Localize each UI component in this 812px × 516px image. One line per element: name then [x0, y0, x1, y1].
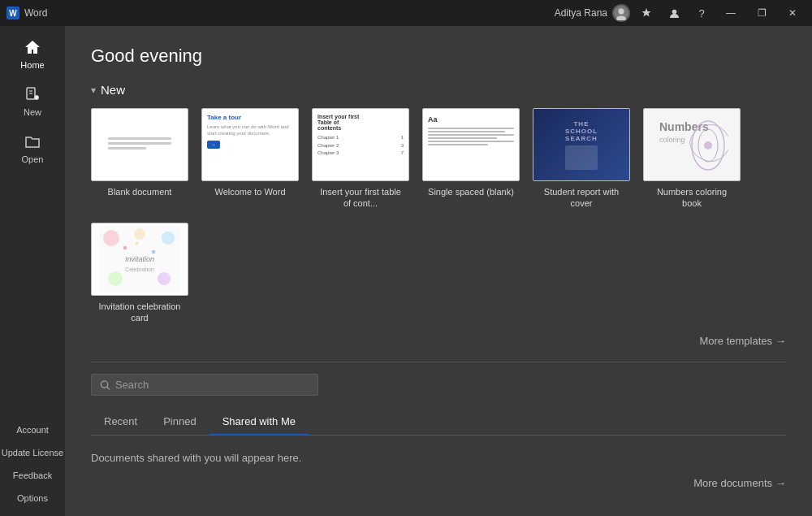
- single-line-2: [428, 131, 505, 132]
- sidebar-item-feedback[interactable]: Feedback: [0, 464, 65, 487]
- favorites-icon-btn[interactable]: [635, 5, 658, 21]
- svg-text:Numbers: Numbers: [659, 120, 709, 133]
- sidebar-item-options[interactable]: Options: [0, 487, 65, 509]
- new-section-label: New: [101, 83, 125, 97]
- svg-text:Invitation: Invitation: [125, 255, 154, 263]
- empty-state-message: Documents shared with you will appear he…: [91, 445, 786, 470]
- blank-lines: [102, 131, 178, 158]
- student-image-placeholder: [565, 145, 598, 170]
- close-button[interactable]: ✕: [780, 5, 806, 21]
- svg-text:coloring: coloring: [659, 136, 685, 144]
- template-toc[interactable]: Insert your firstTable ofcontents Chapte…: [312, 108, 409, 210]
- tab-pinned[interactable]: Pinned: [150, 409, 209, 436]
- single-lines: [428, 128, 514, 145]
- svg-point-19: [108, 271, 123, 286]
- svg-line-27: [107, 387, 110, 389]
- search-icon: [100, 379, 110, 391]
- template-thumb-single: Aa: [422, 108, 520, 181]
- title-bar-right: Aditya Rana ? — ❐ ✕: [555, 4, 806, 22]
- student-cover: THESCHOOLSEARCH: [533, 109, 629, 180]
- template-thumb-coloring: Numbers coloring: [643, 108, 741, 181]
- sidebar-item-account[interactable]: Account: [0, 418, 65, 441]
- greeting: Good evening: [91, 46, 786, 67]
- restore-button[interactable]: ❐: [749, 5, 775, 21]
- template-label-student: Student report with cover: [537, 186, 626, 210]
- welcome-body: Learn what you can do with Word and star…: [207, 124, 293, 137]
- sidebar-item-open-label: Open: [22, 154, 44, 164]
- search-input[interactable]: [115, 379, 309, 391]
- template-invitation[interactable]: Invitation Celebration Invitation celebr…: [91, 223, 188, 324]
- sidebar-item-home-label: Home: [20, 60, 44, 70]
- sidebar-item-new[interactable]: New: [0, 76, 65, 124]
- svg-point-26: [101, 381, 107, 388]
- template-thumb-invitation: Invitation Celebration: [91, 223, 188, 296]
- svg-point-1: [619, 9, 624, 15]
- svg-point-20: [158, 272, 171, 285]
- template-welcome[interactable]: Take a tour Learn what you can do with W…: [201, 108, 299, 210]
- chevron-down-icon: ▾: [91, 85, 96, 96]
- template-coloring-book[interactable]: Numbers coloring Numbers coloring book: [643, 108, 741, 210]
- more-documents-arrow: →: [775, 477, 786, 489]
- svg-point-18: [134, 228, 145, 240]
- more-templates-arrow: →: [775, 335, 786, 347]
- sidebar-bottom: Account Update License Feedback Options: [0, 418, 65, 516]
- sidebar-item-update-license[interactable]: Update License: [0, 441, 65, 464]
- template-label-single: Single spaced (blank): [428, 186, 514, 197]
- minimize-button[interactable]: —: [718, 5, 744, 21]
- single-line-4: [428, 137, 497, 139]
- template-thumb-student: THESCHOOLSEARCH: [533, 108, 630, 181]
- user-name: Aditya Rana: [555, 7, 607, 19]
- template-thumb-blank: [91, 108, 188, 181]
- svg-point-14: [704, 141, 712, 150]
- welcome-btn: →: [207, 141, 220, 149]
- template-blank[interactable]: Blank document: [91, 108, 188, 210]
- svg-point-17: [162, 232, 175, 245]
- blank-line-3: [108, 147, 146, 150]
- toc-lines: Chapter 1 1 Chapter 2 3 Chapter 3 7: [317, 134, 404, 158]
- person-icon-btn[interactable]: [663, 5, 685, 21]
- more-templates-link[interactable]: More templates →: [91, 330, 786, 360]
- svg-rect-23: [123, 246, 127, 249]
- svg-rect-24: [152, 250, 155, 254]
- welcome-title: Take a tour: [207, 114, 241, 121]
- divider: [91, 362, 786, 362]
- user-info: Aditya Rana: [555, 4, 630, 22]
- search-bar: [91, 374, 318, 396]
- word-icon: W: [6, 7, 19, 20]
- template-label-invitation: Invitation celebration card: [95, 301, 184, 324]
- tab-recent[interactable]: Recent: [91, 409, 150, 436]
- svg-rect-25: [136, 242, 138, 245]
- template-label-blank: Blank document: [108, 186, 172, 197]
- title-bar: W Word Aditya Rana ? — ❐ ✕: [0, 0, 812, 26]
- invitation-svg: Invitation Celebration: [99, 226, 180, 293]
- templates-grid: Blank document Take a tour Learn what yo…: [91, 108, 786, 323]
- new-section-header[interactable]: ▾ New: [91, 83, 786, 97]
- template-single-spaced[interactable]: Aa Single spaced (blank): [422, 108, 520, 210]
- student-title: THESCHOOLSEARCH: [565, 120, 598, 142]
- invitation-art: Invitation Celebration: [95, 227, 184, 292]
- svg-text:Celebration: Celebration: [125, 267, 154, 272]
- more-documents-link[interactable]: More documents →: [91, 470, 786, 496]
- help-icon-btn[interactable]: ?: [690, 5, 713, 21]
- home-icon: [21, 37, 44, 57]
- template-label-coloring: Numbers coloring book: [647, 186, 736, 210]
- coloring-svg: Numbers coloring: [655, 115, 728, 176]
- blank-line-2: [108, 142, 171, 145]
- tabs: Recent Pinned Shared with Me: [91, 409, 786, 436]
- coloring-art: Numbers coloring: [647, 112, 736, 177]
- sidebar-item-new-label: New: [24, 107, 41, 117]
- svg-point-3: [672, 9, 676, 14]
- app-body: Home New Open: [0, 26, 812, 516]
- content-area: Good evening ▾ New Blank document: [65, 26, 812, 516]
- template-thumb-toc: Insert your firstTable ofcontents Chapte…: [312, 108, 409, 181]
- single-line-6: [428, 144, 488, 145]
- sidebar-item-open[interactable]: Open: [0, 124, 65, 171]
- open-icon: [21, 132, 44, 151]
- template-student-report[interactable]: THESCHOOLSEARCH Student report with cove…: [533, 108, 630, 210]
- single-line-1: [428, 128, 514, 129]
- more-documents-label: More documents: [693, 477, 772, 489]
- svg-point-16: [103, 230, 119, 246]
- tab-shared[interactable]: Shared with Me: [209, 409, 309, 436]
- more-templates-label: More templates: [699, 335, 772, 347]
- sidebar-item-home[interactable]: Home: [0, 29, 65, 76]
